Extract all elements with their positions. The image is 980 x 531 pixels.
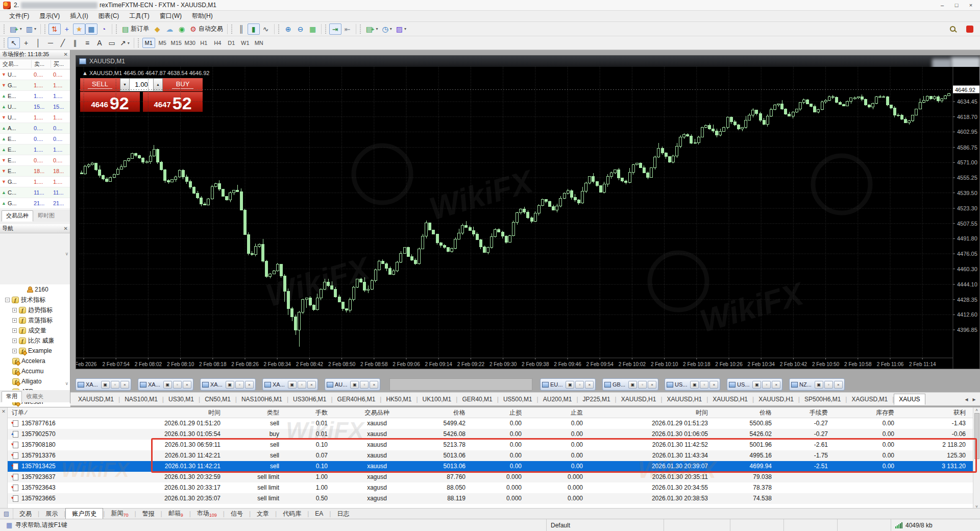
market-watch-button[interactable]: ⇅ (48, 23, 61, 35)
zoom-in-button[interactable]: ⊕ (282, 23, 295, 35)
minimized-chart-chip[interactable]: GB...▣▫× (602, 378, 658, 391)
new-chart-button[interactable]: ▤+▾ (8, 23, 24, 35)
orders-column-header[interactable]: 手数 (286, 407, 335, 418)
navigator-item[interactable]: fAlligato (0, 376, 70, 387)
market-watch-row[interactable]: ▼G...1....1.... (0, 177, 70, 187)
terminal-tab-文章[interactable]: 文章 (251, 509, 275, 519)
price-axis-labels[interactable]: 4634.454618.704602.954586.754571.004555.… (953, 99, 977, 333)
symbol-tab-cn50m1[interactable]: CN50,M1 (200, 394, 235, 404)
restore-button[interactable]: ▣ (752, 381, 761, 389)
scroll-down-icon[interactable]: ∨ (65, 251, 68, 256)
close-button[interactable]: × (648, 381, 656, 389)
navigator-item[interactable]: +f成交量 (0, 325, 70, 335)
menu-w[interactable]: 窗口(W) (155, 11, 187, 21)
time-axis-labels[interactable]: 2 Feb 20262 Feb 07:542 Feb 08:022 Feb 08… (76, 358, 936, 367)
symbol-tab-sp500h6m1[interactable]: SP500H6,M1 (800, 394, 845, 404)
symbol-tab-au200m1[interactable]: AU200,M1 (538, 394, 577, 404)
orders-column-header[interactable]: 订单 ∕ (8, 407, 133, 418)
timeframe-mn[interactable]: MN (253, 38, 265, 48)
menu-h[interactable]: 帮助(H) (187, 11, 218, 21)
vertical-line-tool-button[interactable]: │ (32, 37, 44, 49)
new-order-button[interactable]: ▤新订单 (120, 23, 151, 35)
market-watch-row[interactable]: ▲E...1....1.... (0, 144, 70, 155)
timeframe-m5[interactable]: M5 (156, 38, 169, 48)
minimized-chart-chip[interactable]: US...▣▫× (727, 378, 782, 391)
symbol-tab-xauusdm1[interactable]: XAUUSD,M1 (74, 394, 118, 404)
chart-canvas[interactable]: SELL ▼ 1.00 ▲ BUY 464692 464752 (76, 67, 979, 369)
tile-windows-button[interactable]: ▦ (307, 23, 319, 35)
navigator-button[interactable]: ★ (73, 23, 85, 35)
close-button[interactable]: × (307, 381, 316, 389)
window-bar-scroll-thumb[interactable] (389, 378, 532, 391)
restore-button[interactable]: ▣ (101, 381, 110, 389)
symbol-tab-xauusdh1[interactable]: XAUUSD,H1 (708, 394, 752, 404)
text-tool-button[interactable]: A (93, 37, 106, 49)
orders-column-header[interactable]: 类型 (228, 407, 286, 418)
terminal-tab-邮箱[interactable]: 邮箱9 (162, 508, 189, 519)
data-window-button[interactable]: + (61, 23, 73, 35)
menu-t[interactable]: 工具(T) (124, 11, 154, 21)
minimized-chart-chip[interactable]: XA...▣▫× (262, 378, 318, 391)
close-button[interactable]: × (964, 1, 978, 10)
terminal-tab-新闻[interactable]: 新闻70 (105, 508, 134, 519)
market-watch-row[interactable]: ▲E...0....0.... (0, 134, 70, 144)
wikifx-button[interactable] (964, 23, 976, 35)
navigator-tab[interactable]: 收藏夹 (22, 391, 48, 402)
symbol-tab-us500m1[interactable]: US500,M1 (499, 394, 537, 404)
close-icon[interactable]: ✕ (64, 226, 68, 231)
close-icon[interactable]: ✕ (64, 52, 68, 57)
minimize-button[interactable]: ▫ (575, 381, 584, 389)
close-button[interactable]: × (585, 381, 594, 389)
symbol-tab-hk50m1[interactable]: HK50,M1 (381, 394, 416, 404)
market-watch-row[interactable]: ▲E...1....1.... (0, 91, 70, 102)
timeframe-m15[interactable]: M15 (170, 38, 183, 48)
maximize-button[interactable]: □ (949, 1, 964, 10)
status-profile[interactable]: Default (546, 519, 664, 531)
expand-icon[interactable]: + (12, 328, 17, 333)
vertical-scrollbar[interactable]: ʌv (973, 407, 980, 509)
text-label-tool-button[interactable]: ▭ (106, 37, 118, 49)
close-icon[interactable]: ✕ (2, 409, 6, 414)
timeframe-m30[interactable]: M30 (184, 38, 197, 48)
market-watch-row[interactable]: ▼G...1....1.... (0, 80, 70, 91)
orders-column-header[interactable]: 时间 (133, 407, 228, 418)
restore-button[interactable]: ▣ (566, 381, 574, 389)
order-row[interactable]: ▾13579236652026.01.30 20:35:07sell limit… (8, 493, 973, 504)
timeframe-w1[interactable]: W1 (239, 38, 252, 48)
fibonacci-tool-button[interactable]: ≡ (81, 37, 93, 49)
minimize-button[interactable]: ▫ (700, 381, 708, 389)
symbol-tab-xagusdm1[interactable]: XAGUSD,M1 (847, 394, 892, 404)
orders-column-header[interactable]: 价格 (419, 407, 473, 418)
close-button[interactable]: × (834, 381, 843, 389)
terminal-tab-信号[interactable]: 信号 (225, 509, 249, 519)
auto-scroll-button[interactable]: ⇥ (329, 23, 341, 35)
navigator-item[interactable]: +fExample (0, 346, 70, 356)
minimized-chart-chip[interactable]: AU...▣▫× (325, 378, 380, 391)
restore-button[interactable]: ▣ (690, 381, 699, 389)
equidistant-channel-tool-button[interactable]: ∥ (69, 37, 81, 49)
menu-v[interactable]: 显示(V) (34, 11, 65, 21)
terminal-tab-日志[interactable]: 日志 (331, 509, 355, 519)
order-row[interactable]: ▾13579134252026.01.30 11:42:21sell0.10xa… (8, 461, 973, 472)
trendline-tool-button[interactable]: ╱ (57, 37, 69, 49)
expand-icon[interactable]: + (12, 318, 17, 323)
orders-column-header[interactable]: 时间 (590, 407, 715, 418)
symbol-tab-us30m1[interactable]: US30,M1 (164, 394, 199, 404)
line-chart-button[interactable]: ∿ (260, 23, 272, 35)
strategy-tester-button[interactable]: ◔ (97, 23, 110, 35)
timeframe-h1[interactable]: H1 (198, 38, 210, 48)
search-button[interactable] (946, 23, 959, 35)
orders-column-header[interactable]: 止损 (473, 407, 529, 418)
scroll-down-icon[interactable]: ∨ (65, 381, 68, 386)
candlestick-chart-button[interactable]: ▮ (248, 23, 260, 35)
publisher-button[interactable]: ☁ (163, 23, 176, 35)
orders-column-header[interactable]: 价格 (715, 407, 779, 418)
order-row[interactable]: ▾13579236432026.01.30 20:33:17sell limit… (8, 482, 973, 493)
navigator-item[interactable]: +f趋势指标 (0, 305, 70, 315)
minimize-button[interactable]: ▫ (111, 381, 119, 389)
timeframe-h4[interactable]: H4 (211, 38, 224, 48)
scroll-left-icon[interactable]: ◂ (963, 396, 970, 403)
menu-i[interactable]: 插入(I) (65, 11, 93, 21)
horizontal-line-tool-button[interactable]: ─ (44, 37, 57, 49)
minimize-button[interactable]: ▫ (360, 381, 369, 389)
